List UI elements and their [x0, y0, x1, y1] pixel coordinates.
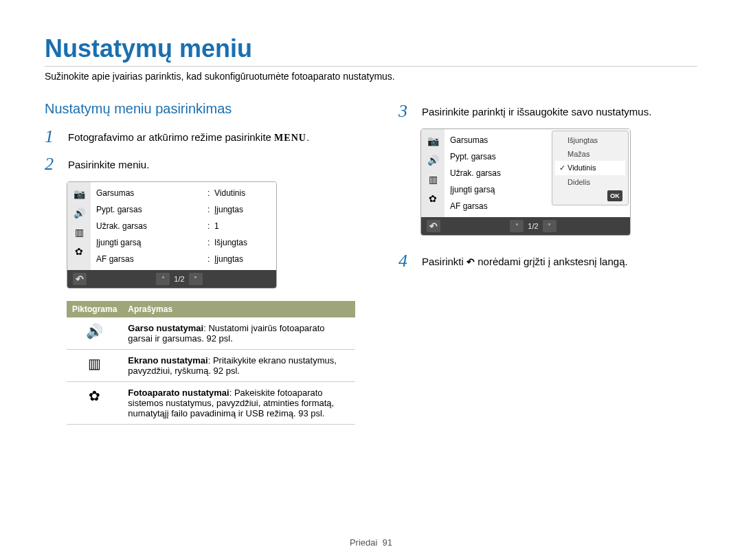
option-item[interactable]: Mažas	[555, 147, 625, 161]
up-icon[interactable]: ˄	[156, 273, 170, 285]
device-screen-2: Garsumas Pypt. garsas Užrak. garsas Įjun…	[420, 128, 631, 236]
screen1-rows: Garsumas:Vidutinis Pypt. garsas:Įjungtas…	[91, 182, 276, 270]
step-number-1: 1	[45, 126, 61, 147]
device-screen-1: Garsumas:Vidutinis Pypt. garsas:Įjungtas…	[67, 181, 277, 289]
camera-icon	[425, 133, 440, 148]
step-2-text: Pasirinkite meniu.	[68, 154, 149, 170]
sound-icon	[425, 153, 440, 168]
footer-section: Priedai	[350, 537, 377, 548]
step-2: 2 Pasirinkite meniu.	[45, 154, 364, 175]
page-footer: Priedai 91	[0, 537, 742, 548]
step-1-pre: Fotografavimo ar atkūrimo režime pasirin…	[68, 131, 274, 143]
screen2-footer: ˄ 1/2 ˅	[421, 217, 630, 235]
step-4-post: norėdami grįžti į ankstesnį langą.	[475, 256, 628, 267]
legend-head-icon: Piktograma	[67, 301, 122, 317]
step-1-post: .	[306, 131, 309, 143]
step-4: 4 Pasirinkti norėdami grįžti į ankstesnį…	[398, 251, 694, 271]
down-icon[interactable]: ˅	[543, 220, 556, 232]
step-4-text: Pasirinkti norėdami grįžti į ankstesnį l…	[422, 251, 628, 267]
up-icon[interactable]: ˄	[510, 220, 524, 232]
step-3-text: Pasirinkite parinktį ir išsaugokite savo…	[422, 101, 651, 117]
gear-icon	[89, 388, 100, 403]
option-item[interactable]: Didelis	[555, 175, 625, 189]
step-number-3: 3	[398, 101, 415, 122]
screen2-side-icons	[421, 129, 445, 217]
sound-icon	[71, 205, 87, 221]
gear-icon	[71, 244, 87, 259]
step-4-pre: Pasirinkti	[422, 256, 466, 267]
step-number-4: 4	[398, 251, 415, 271]
legend-header-row: Piktograma Aprašymas	[67, 301, 355, 317]
display-icon	[71, 225, 87, 240]
list-item: Užrak. garsas:1	[91, 218, 276, 234]
step-1-text: Fotografavimo ar atkūrimo režime pasirin…	[68, 126, 309, 144]
list-item: Pypt. garsas:Įjungtas	[91, 201, 276, 218]
step-1: 1 Fotografavimo ar atkūrimo režime pasir…	[45, 126, 364, 147]
camera-icon	[71, 186, 87, 201]
gear-icon	[425, 191, 440, 206]
list-item: AF garsas:Įjungtas	[91, 251, 276, 267]
icon-legend-table: Piktograma Aprašymas Garso nustatymai: N…	[67, 301, 355, 425]
legend-head-desc: Aprašymas	[122, 301, 355, 317]
back-icon[interactable]	[427, 220, 440, 232]
table-row: Garso nustatymai: Nustatomi įvairūs foto…	[67, 317, 355, 350]
table-row: Fotoaparato nustatymai: Pakeiskite fotoa…	[67, 382, 355, 425]
back-icon[interactable]	[73, 273, 87, 285]
screen1-page-indicator: 1/2	[174, 275, 184, 283]
display-icon	[425, 172, 440, 187]
step-3: 3 Pasirinkite parinktį ir išsaugokite sa…	[398, 101, 694, 122]
screen1-side-icons	[67, 182, 91, 270]
display-icon	[88, 356, 101, 371]
screen2-rows: Garsumas Pypt. garsas Užrak. garsas Įjun…	[445, 129, 630, 217]
back-icon	[466, 256, 475, 267]
page-intro: Sužinokite apie įvairias parinktis, kad …	[45, 71, 697, 82]
section-heading: Nustatymų meniu pasirinkimas	[45, 101, 364, 117]
screen2-page-indicator: 1/2	[528, 222, 538, 230]
down-icon[interactable]: ˅	[189, 273, 203, 285]
ok-button[interactable]: OK	[607, 190, 622, 201]
menu-word-icon: MENU	[274, 133, 306, 143]
page-title: Nustatymų meniu	[45, 34, 697, 67]
sound-icon	[86, 324, 103, 339]
right-column: 3 Pasirinkite parinktį ir išsaugokite sa…	[398, 101, 694, 425]
footer-page-number: 91	[383, 537, 392, 548]
list-item: Garsumas:Vidutinis	[91, 185, 276, 201]
option-item[interactable]: Išjungtas	[555, 133, 625, 147]
table-row: Ekrano nustatymai: Pritaikykite ekrano n…	[67, 350, 355, 382]
left-column: Nustatymų meniu pasirinkimas 1 Fotografa…	[45, 101, 364, 425]
step-number-2: 2	[45, 154, 61, 175]
list-item: Įjungti garsą:Išjungtas	[91, 234, 276, 251]
option-item-selected[interactable]: ✓Vidutinis	[555, 161, 625, 175]
screen1-footer: ˄ 1/2 ˅	[67, 270, 276, 288]
options-popup: Išjungtas Mažas ✓Vidutinis Didelis OK	[552, 131, 629, 205]
